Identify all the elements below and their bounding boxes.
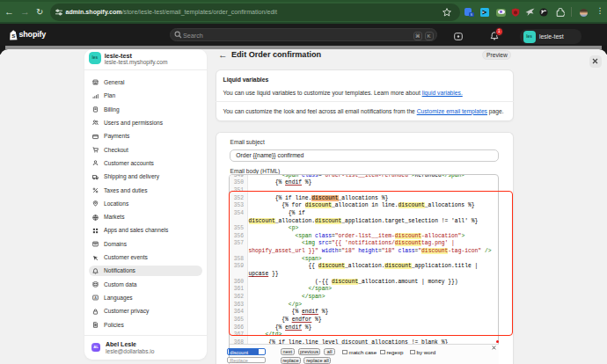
- svg-text:A: A: [95, 296, 98, 300]
- svg-text:S: S: [11, 33, 15, 39]
